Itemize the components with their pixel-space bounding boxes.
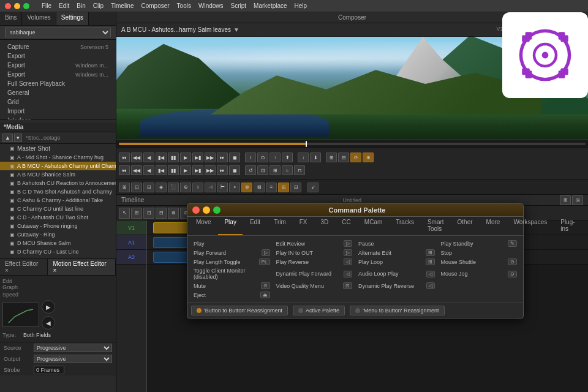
ctrl2-2[interactable]: ◀◀ bbox=[131, 165, 142, 175]
clip-d-charmy[interactable]: ▣ D Charmy CU - Last Line bbox=[0, 247, 116, 256]
vt-12[interactable]: ≡ bbox=[266, 183, 277, 192]
cp-tab-smart[interactable]: Smart Tools bbox=[421, 217, 450, 235]
ctrl2-trim[interactable]: ⊓ bbox=[294, 165, 305, 175]
vt-10[interactable]: ⌖ bbox=[229, 183, 240, 192]
tl-tool-4[interactable]: ⊟ bbox=[156, 208, 167, 219]
ctrl2-mix[interactable]: ≈ bbox=[282, 165, 293, 175]
ctrl-stop[interactable]: ◼ bbox=[229, 153, 240, 162]
minimize-button[interactable] bbox=[14, 3, 20, 9]
cmd-stop[interactable]: Stop bbox=[439, 249, 520, 257]
btn-button-reassign[interactable]: 'Button to Button' Reassignment bbox=[191, 306, 288, 315]
ctrl-pause[interactable]: ▮▮ bbox=[168, 153, 179, 162]
clip-cutaway-ring[interactable]: ▣ Cutaway - Ring bbox=[0, 230, 116, 239]
tl-hdr-btn-2[interactable]: ◎ bbox=[572, 195, 583, 205]
menu-composer[interactable]: Composer bbox=[141, 2, 169, 9]
clip-a-mid-shot[interactable]: ▣ A - Mid Shot - Shanice Charmy hug bbox=[0, 153, 116, 162]
window-controls[interactable] bbox=[5, 3, 29, 9]
ctrl2-9[interactable]: ⏭ bbox=[217, 165, 228, 175]
vt-9[interactable]: ⊢ bbox=[217, 183, 228, 192]
cmd-alt-edit[interactable]: Alternate Edit⊞ bbox=[356, 249, 437, 257]
tab-settings[interactable]: Settings bbox=[56, 12, 89, 25]
tl-tool-1[interactable]: ↖ bbox=[119, 208, 130, 219]
clip-d-mcu[interactable]: ▣ D MCU Shanice Salm bbox=[0, 239, 116, 247]
ctrl-prev-frame[interactable]: ◀ bbox=[143, 153, 154, 162]
clip-ab-mcu[interactable]: ▣ A B MCU - Ashutosh Charmy until Charmy… bbox=[0, 162, 116, 170]
vt-11[interactable]: ⊠ bbox=[254, 183, 265, 192]
cp-tab-other[interactable]: Other bbox=[451, 217, 479, 235]
settings-export-1[interactable]: Export bbox=[0, 51, 116, 61]
cp-tab-3d[interactable]: 3D bbox=[315, 217, 335, 235]
cmd-edit-review[interactable]: Edit Review▷ bbox=[274, 239, 355, 247]
cp-min[interactable] bbox=[203, 206, 210, 214]
tab-motion-effect[interactable]: Motion Effect Editor × bbox=[48, 259, 116, 275]
menu-file[interactable]: File bbox=[42, 2, 51, 9]
cmd-eject[interactable]: Eject⏏ bbox=[191, 291, 273, 299]
vt-5[interactable]: ⬛ bbox=[168, 183, 179, 192]
ctrl-goto-end[interactable]: ⏭ bbox=[217, 153, 228, 162]
cp-tab-mcam[interactable]: MCam bbox=[358, 217, 388, 235]
cp-tab-workspaces[interactable]: Workspaces bbox=[507, 217, 553, 235]
cp-tab-edit[interactable]: Edit bbox=[244, 217, 266, 235]
graph-btn-2[interactable]: ◀ bbox=[42, 316, 55, 330]
cmd-play-in-out[interactable]: Play IN to OUT▷ bbox=[274, 249, 355, 257]
ctrl2-12[interactable]: ⊡ bbox=[257, 165, 268, 175]
cmd-mouse-shuttle[interactable]: Mouse Shuttle⊙ bbox=[439, 258, 520, 266]
ctrl2-10[interactable]: ◼ bbox=[229, 165, 240, 175]
frames-input[interactable] bbox=[34, 366, 64, 374]
ctrl-overwrite[interactable]: ⬇ bbox=[310, 153, 321, 162]
tl-tool-3[interactable]: ⊡ bbox=[143, 208, 154, 219]
btn-active-palette[interactable]: Active Palette bbox=[293, 306, 345, 315]
cmd-play-rev[interactable]: Play Reverse◁ bbox=[274, 258, 355, 266]
cmd-pause[interactable]: Pause bbox=[356, 239, 437, 247]
media-toolbar-btn-1[interactable]: ▲ bbox=[2, 134, 13, 142]
settings-import[interactable]: Import bbox=[0, 107, 116, 116]
cmd-video-quality[interactable]: Video Quality Menu⊡ bbox=[274, 282, 355, 290]
ctrl-step-prev[interactable]: ▮◀ bbox=[156, 153, 167, 162]
ctrl-goto-start[interactable]: ⏮ bbox=[119, 153, 130, 162]
ctrl-mark-in[interactable]: I bbox=[245, 153, 256, 162]
vt-7[interactable]: I bbox=[192, 183, 203, 192]
ctrl-mark-out[interactable]: O bbox=[257, 153, 268, 162]
video-scrubber[interactable] bbox=[116, 139, 588, 148]
ctrl-play[interactable]: ▶ bbox=[180, 153, 191, 162]
tl-tool-5[interactable]: ⊗ bbox=[168, 208, 179, 219]
ctrl2-1[interactable]: ⏮ bbox=[119, 165, 130, 175]
ctrl2-11[interactable]: ↺ bbox=[245, 165, 256, 175]
menu-edit[interactable]: Edit bbox=[59, 2, 69, 9]
settings-export-3[interactable]: ExportWindows In... bbox=[0, 70, 116, 79]
cmd-mouse-jog[interactable]: Mouse Jog⊙ bbox=[439, 267, 520, 281]
track-v1-label[interactable]: V1 bbox=[116, 221, 146, 235]
settings-capture[interactable]: CaptureSorenson 5 bbox=[0, 42, 116, 51]
tab-volumes[interactable]: Volumes bbox=[22, 12, 56, 25]
cmd-play-loop[interactable]: Play Loop⊞ bbox=[356, 258, 437, 266]
close-button[interactable] bbox=[5, 3, 11, 9]
cp-tab-tracks[interactable]: Tracks bbox=[390, 217, 420, 235]
vt-6[interactable]: ⊕ bbox=[180, 183, 191, 192]
ctrl-step-back[interactable]: ◀◀ bbox=[131, 153, 142, 162]
menu-clip[interactable]: Clip bbox=[93, 2, 104, 9]
cp-close-btn[interactable] bbox=[192, 206, 221, 214]
maximize-button[interactable] bbox=[23, 3, 29, 9]
tab-effect-editor[interactable]: Effect Editor × bbox=[0, 259, 48, 275]
ctrl-render[interactable]: ⟳ bbox=[350, 153, 361, 162]
graph-btn-1[interactable]: ▶ bbox=[42, 300, 55, 314]
output-select[interactable]: Progressive bbox=[34, 355, 112, 363]
track-a1-label[interactable]: A1 bbox=[116, 235, 146, 250]
scrubber-track[interactable] bbox=[119, 143, 586, 145]
menu-timeline[interactable]: Timeline bbox=[111, 2, 134, 9]
user-select[interactable]: sabihaque bbox=[5, 28, 111, 37]
cmd-toggle-client[interactable]: Toggle Client Monitor (disabled) bbox=[191, 267, 273, 281]
vt-3[interactable]: ⊟ bbox=[143, 183, 154, 192]
btn-menu-reassign[interactable]: 'Menu to Button' Reassignment bbox=[350, 306, 445, 315]
cmd-play-length-toggle[interactable]: Play Length TogglePL bbox=[191, 258, 273, 266]
vt-13[interactable]: ⊞ bbox=[278, 183, 289, 192]
tl-hdr-btn-1[interactable]: ⊞ bbox=[560, 195, 571, 205]
media-toolbar-btn-2[interactable]: ▾ bbox=[14, 134, 22, 142]
cp-max[interactable] bbox=[213, 206, 221, 214]
ctrl2-13[interactable]: ⊞ bbox=[270, 165, 281, 175]
tl-tool-2[interactable]: ⊞ bbox=[131, 208, 142, 219]
clip-cd-two[interactable]: ▣ C D - Ashutosh CU Two Shot bbox=[0, 213, 116, 222]
ctrl2-3[interactable]: ◀ bbox=[143, 165, 154, 175]
cp-close[interactable] bbox=[192, 206, 200, 214]
ctrl-focus[interactable]: ⊟ bbox=[338, 153, 349, 162]
